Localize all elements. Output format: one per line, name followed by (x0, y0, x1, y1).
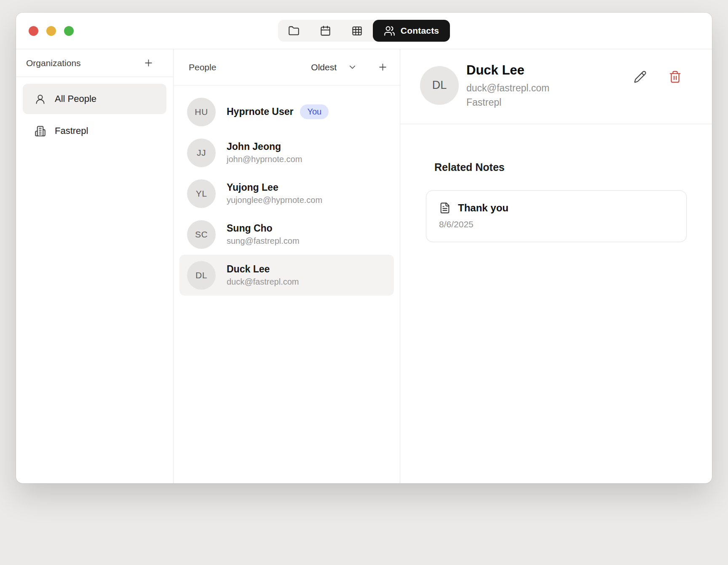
titlebar: Contacts (16, 13, 712, 49)
person-name: Duck Lee (227, 264, 270, 275)
organizations-list: All People Fastrepl (16, 77, 173, 153)
person-email: john@hyprnote.com (227, 155, 302, 164)
trash-icon (669, 70, 682, 83)
sidebar-item-label: All People (55, 93, 96, 104)
note-date: 8/6/2025 (439, 219, 674, 229)
tab-contacts[interactable]: Contacts (373, 20, 450, 42)
person-row[interactable]: YL Yujong Lee yujonglee@hyprnote.com (179, 173, 394, 214)
avatar: SC (187, 220, 216, 249)
person-row[interactable]: HU Hyprnote User You (179, 91, 394, 132)
sort-label: Oldest (311, 62, 337, 72)
person-name: Yujong Lee (227, 182, 278, 193)
you-badge: You (300, 104, 329, 119)
main-area: Organizations All People Fastrepl People (16, 49, 712, 483)
plus-icon (377, 62, 388, 72)
people-title: People (189, 62, 216, 72)
person-email: duck@fastrepl.com (227, 277, 299, 287)
tab-notes[interactable] (278, 20, 310, 42)
chevron-down-icon (348, 62, 357, 72)
person-row[interactable]: SC Sung Cho sung@fastrepl.com (179, 214, 394, 255)
avatar: JJ (187, 139, 216, 167)
users-icon (384, 25, 395, 37)
table-icon (351, 25, 363, 37)
contact-organization: Fastrepl (466, 97, 549, 108)
person-name: Hyprnote User (227, 106, 293, 117)
app-window: Contacts Organizations All People (16, 13, 712, 483)
person-row[interactable]: JJ John Jeong john@hyprnote.com (179, 132, 394, 173)
organizations-title: Organizations (26, 58, 81, 68)
sort-dropdown[interactable]: Oldest (311, 62, 357, 72)
tab-calendar[interactable] (310, 20, 341, 42)
people-column: People Oldest HU Hyprnote User You (174, 49, 400, 483)
related-notes-list: Thank you 8/6/2025 (426, 190, 687, 242)
organizations-sidebar: Organizations All People Fastrepl (16, 49, 174, 483)
add-organization-button[interactable] (143, 58, 154, 68)
sidebar-item-label: Fastrepl (55, 125, 88, 136)
avatar: DL (187, 261, 216, 290)
organizations-header: Organizations (16, 49, 173, 77)
window-controls (29, 13, 74, 49)
person-email: sung@fastrepl.com (227, 236, 300, 246)
file-text-icon (439, 202, 451, 214)
avatar: HU (187, 98, 216, 126)
avatar: YL (187, 179, 216, 208)
user-icon (35, 93, 46, 105)
related-notes-title: Related Notes (434, 161, 687, 173)
note-title: Thank you (458, 202, 509, 214)
view-switcher: Contacts (278, 20, 450, 42)
delete-contact-button[interactable] (669, 70, 682, 83)
person-name: Sung Cho (227, 223, 273, 234)
minimize-button[interactable] (46, 26, 56, 36)
building-icon (35, 125, 46, 137)
tab-table[interactable] (341, 20, 373, 42)
contact-detail-body: Related Notes Thank you 8/6/2025 (400, 124, 712, 242)
people-header: People Oldest (174, 49, 400, 85)
plus-icon (143, 58, 154, 68)
person-name: John Jeong (227, 141, 281, 152)
folder-icon (288, 25, 300, 37)
edit-contact-button[interactable] (634, 70, 647, 83)
sidebar-item-all-people[interactable]: All People (23, 84, 166, 114)
add-person-button[interactable] (377, 62, 388, 72)
contact-actions (634, 70, 682, 83)
person-email: yujonglee@hyprnote.com (227, 195, 322, 205)
note-card[interactable]: Thank you 8/6/2025 (426, 190, 687, 242)
tab-contacts-label: Contacts (401, 26, 439, 36)
pencil-icon (634, 70, 647, 83)
zoom-button[interactable] (64, 26, 74, 36)
contact-detail-header: DL Duck Lee duck@fastrepl.com Fastrepl (400, 49, 712, 124)
people-list: HU Hyprnote User You JJ John Jeong john@… (174, 85, 400, 301)
avatar: DL (420, 66, 459, 105)
sidebar-item-fastrepl[interactable]: Fastrepl (23, 116, 166, 146)
person-row[interactable]: DL Duck Lee duck@fastrepl.com (179, 255, 394, 296)
close-button[interactable] (29, 26, 38, 36)
contact-detail-panel: DL Duck Lee duck@fastrepl.com Fastrepl (400, 49, 712, 483)
calendar-icon (320, 25, 331, 37)
contact-name: Duck Lee (466, 63, 549, 78)
contact-email: duck@fastrepl.com (466, 83, 549, 94)
